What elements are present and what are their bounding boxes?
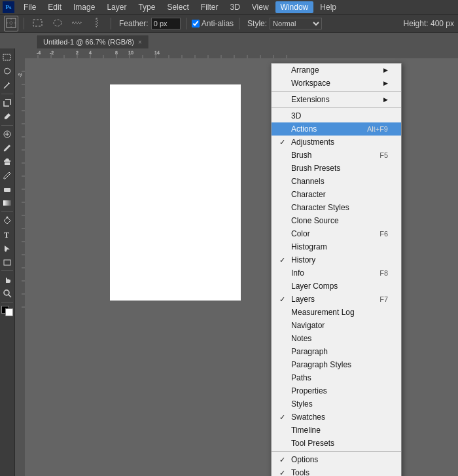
document-tab[interactable]: Untitled-1 @ 66.7% (RGB/8) ×	[36, 35, 149, 48]
menu-item-adjustments[interactable]: Adjustments	[272, 136, 401, 149]
tool-brush[interactable]	[1, 141, 14, 155]
feather-input[interactable]	[151, 18, 181, 29]
tool-zoom[interactable]	[1, 287, 14, 300]
svg-text:14: 14	[154, 50, 160, 55]
marquee-rect[interactable]	[29, 16, 46, 31]
left-toolbar: T	[0, 48, 15, 476]
style-select[interactable]: Normal	[270, 18, 322, 29]
menu-item-character[interactable]: Character	[272, 188, 401, 201]
menu-item-label: Info	[291, 268, 304, 278]
menu-item-layer-comps[interactable]: Layer Comps	[272, 280, 401, 293]
menu-item-actions[interactable]: ActionsAlt+F9	[272, 122, 401, 136]
menu-item-info[interactable]: InfoF8	[272, 266, 401, 280]
menu-item-label: Brush Presets	[291, 164, 340, 173]
tool-marquee[interactable]	[1, 51, 14, 64]
menu-layer[interactable]: Layer	[101, 1, 132, 13]
menu-item-label: Notes	[291, 334, 311, 343]
menu-view[interactable]: View	[247, 1, 274, 13]
tool-sep-4	[1, 270, 13, 271]
tab-close-btn[interactable]: ×	[138, 39, 142, 46]
menu-item-brush[interactable]: BrushF5	[272, 149, 401, 162]
svg-text:8: 8	[115, 50, 118, 55]
menu-item-label: Swatches	[291, 412, 325, 422]
menu-filter[interactable]: Filter	[196, 1, 224, 13]
menu-item-tool-presets[interactable]: Tool Presets	[272, 437, 401, 450]
menu-item-color[interactable]: ColorF6	[272, 227, 401, 240]
menu-item-swatches[interactable]: Swatches	[272, 411, 401, 424]
tool-wand[interactable]	[1, 79, 14, 92]
tab-bar: Untitled-1 @ 66.7% (RGB/8) ×	[0, 33, 458, 48]
tool-sep-2	[1, 125, 13, 126]
menu-item-tools[interactable]: Tools	[272, 466, 401, 476]
menu-item-measurement-log[interactable]: Measurement Log	[272, 306, 401, 319]
menu-item-label: Properties	[291, 386, 327, 395]
tool-eraser[interactable]	[1, 183, 14, 196]
window-menu-dropdown: ArrangeWorkspaceExtensions3DActionsAlt+F…	[271, 63, 402, 476]
menu-type[interactable]: Type	[133, 1, 160, 13]
menu-item-workspace[interactable]: Workspace	[272, 77, 401, 90]
ruler-vertical: -2	[15, 58, 25, 476]
menu-help[interactable]: Help	[315, 1, 342, 13]
tool-hand[interactable]	[1, 273, 14, 286]
menu-edit[interactable]: Edit	[43, 1, 67, 13]
tool-text[interactable]: T	[1, 228, 14, 241]
menu-item-extensions[interactable]: Extensions	[272, 93, 401, 106]
menu-item-clone-source[interactable]: Clone Source	[272, 214, 401, 227]
tool-eyedropper[interactable]	[1, 110, 14, 123]
menu-item-label: Channels	[291, 177, 325, 186]
menu-item-properties[interactable]: Properties	[272, 384, 401, 397]
menu-item-paragraph[interactable]: Paragraph	[272, 345, 401, 358]
menu-window[interactable]: Window	[275, 1, 314, 13]
tool-path-select[interactable]	[1, 242, 14, 255]
menu-item-paths[interactable]: Paths	[272, 371, 401, 384]
height-label: Height: 400 px	[404, 19, 454, 28]
svg-text:T: T	[4, 230, 9, 239]
menu-3d[interactable]: 3D	[224, 1, 245, 13]
marquee-col[interactable]	[88, 16, 105, 31]
tool-stamp[interactable]	[1, 155, 14, 168]
menu-item-paragraph-styles[interactable]: Paragraph Styles	[272, 358, 401, 371]
menu-image[interactable]: Image	[68, 1, 100, 13]
menu-item-styles[interactable]: Styles	[272, 397, 401, 411]
tool-pen[interactable]	[1, 214, 14, 227]
marquee-ellipse[interactable]	[49, 16, 66, 31]
tool-crop[interactable]	[1, 96, 14, 109]
antialias-checkbox[interactable]	[192, 20, 200, 27]
menu-select[interactable]: Select	[162, 1, 194, 13]
toolbar-sep-1	[24, 18, 24, 29]
tool-shape[interactable]	[1, 255, 14, 268]
tool-gradient[interactable]	[1, 196, 14, 210]
menu-item-character-styles[interactable]: Character Styles	[272, 201, 401, 214]
tool-mode-btn-1[interactable]	[4, 16, 18, 31]
menu-item-label: Navigator	[291, 321, 325, 330]
menu-item-label: Extensions	[291, 95, 330, 104]
tool-history-brush[interactable]	[1, 169, 14, 182]
marquee-row[interactable]	[69, 16, 86, 31]
menu-item-options[interactable]: Options	[272, 453, 401, 466]
menu-item-label: Layer Comps	[291, 282, 338, 291]
menu-item-notes[interactable]: Notes	[272, 332, 401, 345]
menu-item-channels[interactable]: Channels	[272, 175, 401, 188]
background-color[interactable]	[5, 308, 13, 316]
menu-item-layers[interactable]: LayersF7	[272, 293, 401, 306]
document-canvas	[110, 84, 241, 301]
menu-item-timeline[interactable]: Timeline	[272, 424, 401, 437]
menu-item-3d[interactable]: 3D	[272, 109, 401, 122]
menu-item-arrange[interactable]: Arrange	[272, 64, 401, 77]
menu-item-history[interactable]: History	[272, 253, 401, 266]
menu-item-label: Character	[291, 190, 326, 199]
menu-item-histogram[interactable]: Histogram	[272, 240, 401, 253]
color-swatches[interactable]	[1, 306, 13, 316]
toolbar-sep-2	[111, 18, 111, 29]
tool-lasso[interactable]	[1, 65, 14, 78]
svg-rect-13	[5, 162, 10, 165]
menu-file[interactable]: File	[18, 1, 41, 13]
menu-item-brush-presets[interactable]: Brush Presets	[272, 162, 401, 175]
menu-item-label: 3D	[291, 111, 301, 120]
menu-item-label: Histogram	[291, 242, 327, 251]
menu-item-label: Adjustments	[291, 137, 334, 147]
tool-heal[interactable]	[1, 128, 14, 141]
menu-item-label: History	[291, 255, 315, 265]
menu-item-label: Clone Source	[291, 216, 339, 225]
menu-item-navigator[interactable]: Navigator	[272, 319, 401, 332]
